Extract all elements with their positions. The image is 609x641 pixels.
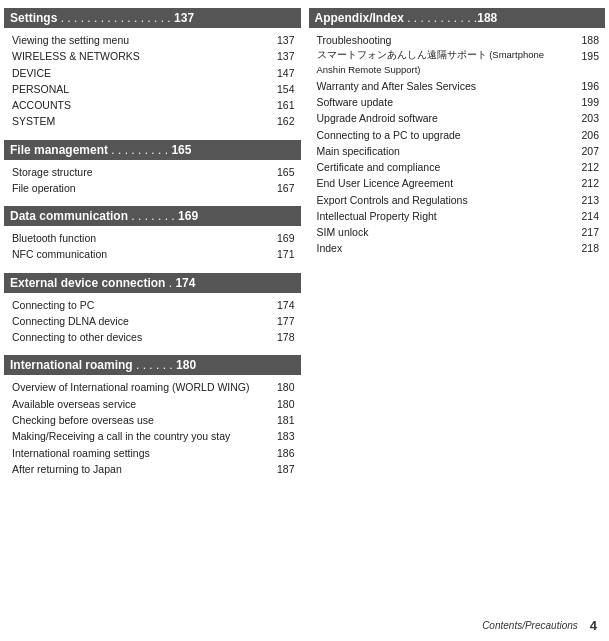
entry-page: 178 bbox=[267, 329, 295, 345]
appendix-title: Appendix/Index bbox=[315, 11, 404, 25]
entry-page: 181 bbox=[267, 412, 295, 428]
entry-title: Warranty and After Sales Services bbox=[317, 78, 572, 94]
section-header-dots: . . . . . . . bbox=[128, 209, 178, 223]
section-header-title: Settings bbox=[10, 11, 57, 25]
entry-title: Main specification bbox=[317, 143, 572, 159]
section-header-title: International roaming bbox=[10, 358, 133, 372]
section-header-dots: . bbox=[165, 276, 175, 290]
page-content: Settings . . . . . . . . . . . . . . . .… bbox=[0, 0, 609, 517]
entry-title: Available overseas service bbox=[12, 396, 267, 412]
entry-page: 154 bbox=[267, 81, 295, 97]
section-content-international-roaming: Overview of International roaming (WORLD… bbox=[4, 377, 301, 483]
footer: Contents/Precautions 4 bbox=[482, 618, 597, 633]
section-header-page: 165 bbox=[171, 143, 191, 157]
section-content-file-management: Storage structure165File operation167 bbox=[4, 162, 301, 203]
appendix-header: Appendix/Index . . . . . . . . . . .188 bbox=[309, 8, 606, 28]
toc-entry: End User Licence Agreement212 bbox=[317, 175, 600, 191]
entry-page: 171 bbox=[267, 246, 295, 262]
section-header-dots: . . . . . . . . . bbox=[108, 143, 171, 157]
entry-page: 195 bbox=[571, 48, 599, 77]
right-column: Appendix/Index . . . . . . . . . . .188T… bbox=[305, 8, 610, 487]
entry-page: 212 bbox=[571, 159, 599, 175]
toc-entry: Intellectual Property Right214 bbox=[317, 208, 600, 224]
entry-title: Viewing the setting menu bbox=[12, 32, 267, 48]
toc-entry: International roaming settings186 bbox=[12, 445, 295, 461]
entry-page: 169 bbox=[267, 230, 295, 246]
toc-entry: SYSTEM162 bbox=[12, 113, 295, 129]
toc-entry: スマートフォンあんしん遠隔サポート (Smartphone Anshin Rem… bbox=[317, 48, 600, 77]
entry-page: 180 bbox=[267, 396, 295, 412]
section-header-page: 169 bbox=[178, 209, 198, 223]
toc-entry: Connecting to other devices178 bbox=[12, 329, 295, 345]
entry-page: 207 bbox=[571, 143, 599, 159]
entry-page: 206 bbox=[571, 127, 599, 143]
entry-title: Storage structure bbox=[12, 164, 267, 180]
entry-page: 187 bbox=[267, 461, 295, 477]
entry-title: Overview of International roaming (WORLD… bbox=[12, 379, 267, 395]
entry-title: End User Licence Agreement bbox=[317, 175, 572, 191]
entry-title: Connecting to PC bbox=[12, 297, 267, 313]
section-settings: Settings . . . . . . . . . . . . . . . .… bbox=[4, 8, 301, 136]
entry-page: 177 bbox=[267, 313, 295, 329]
entry-title: SIM unlock bbox=[317, 224, 572, 240]
toc-entry: File operation167 bbox=[12, 180, 295, 196]
toc-entry: Main specification207 bbox=[317, 143, 600, 159]
entry-page: 188 bbox=[571, 32, 599, 48]
section-international-roaming: International roaming . . . . . . 180Ove… bbox=[4, 355, 301, 483]
entry-title: WIRELESS & NETWORKS bbox=[12, 48, 267, 64]
section-header-dots: . . . . . . . . . . . . . . . . . bbox=[57, 11, 174, 25]
entry-page: 162 bbox=[267, 113, 295, 129]
section-file-management: File management . . . . . . . . . 165Sto… bbox=[4, 140, 301, 203]
toc-entry: Upgrade Android software203 bbox=[317, 110, 600, 126]
entry-title: Bluetooth function bbox=[12, 230, 267, 246]
entry-title: File operation bbox=[12, 180, 267, 196]
entry-title: PERSONAL bbox=[12, 81, 267, 97]
section-header-page: 180 bbox=[176, 358, 196, 372]
toc-entry: Index218 bbox=[317, 240, 600, 256]
entry-title: Export Controls and Regulations bbox=[317, 192, 572, 208]
entry-title: International roaming settings bbox=[12, 445, 267, 461]
entry-page: 183 bbox=[267, 428, 295, 444]
left-column: Settings . . . . . . . . . . . . . . . .… bbox=[0, 8, 305, 487]
section-content-external-device: Connecting to PC174Connecting DLNA devic… bbox=[4, 295, 301, 352]
toc-entry: Connecting to a PC to upgrade206 bbox=[317, 127, 600, 143]
appendix-content: Troubleshooting188スマートフォンあんしん遠隔サポート (Sma… bbox=[309, 30, 606, 263]
toc-entry: Software update199 bbox=[317, 94, 600, 110]
entry-title: Checking before overseas use bbox=[12, 412, 267, 428]
entry-page: 174 bbox=[267, 297, 295, 313]
toc-entry: ACCOUNTS161 bbox=[12, 97, 295, 113]
entry-page: 161 bbox=[267, 97, 295, 113]
toc-entry: Connecting DLNA device177 bbox=[12, 313, 295, 329]
toc-entry: Export Controls and Regulations213 bbox=[317, 192, 600, 208]
toc-entry: WIRELESS & NETWORKS137 bbox=[12, 48, 295, 64]
entry-page: 137 bbox=[267, 32, 295, 48]
section-content-data-communication: Bluetooth function169NFC communication17… bbox=[4, 228, 301, 269]
entry-title: Software update bbox=[317, 94, 572, 110]
entry-title: ACCOUNTS bbox=[12, 97, 267, 113]
entry-page: 217 bbox=[571, 224, 599, 240]
entry-title: Index bbox=[317, 240, 572, 256]
toc-entry: Storage structure165 bbox=[12, 164, 295, 180]
entry-page: 147 bbox=[267, 65, 295, 81]
entry-page: 186 bbox=[267, 445, 295, 461]
entry-page: 165 bbox=[267, 164, 295, 180]
entry-page: 218 bbox=[571, 240, 599, 256]
appendix-title-dots: . . . . . . . . . . . bbox=[404, 11, 477, 25]
entry-title: DEVICE bbox=[12, 65, 267, 81]
section-content-settings: Viewing the setting menu137WIRELESS & NE… bbox=[4, 30, 301, 136]
entry-title: Connecting to a PC to upgrade bbox=[317, 127, 572, 143]
entry-page: 212 bbox=[571, 175, 599, 191]
section-header-title: External device connection bbox=[10, 276, 165, 290]
section-header-title: File management bbox=[10, 143, 108, 157]
entry-title: Certificate and compliance bbox=[317, 159, 572, 175]
entry-title: NFC communication bbox=[12, 246, 267, 262]
toc-entry: Viewing the setting menu137 bbox=[12, 32, 295, 48]
toc-entry: DEVICE147 bbox=[12, 65, 295, 81]
toc-entry: NFC communication171 bbox=[12, 246, 295, 262]
section-header-page: 174 bbox=[175, 276, 195, 290]
toc-entry: Certificate and compliance212 bbox=[317, 159, 600, 175]
section-header-file-management: File management . . . . . . . . . 165 bbox=[4, 140, 301, 160]
section-header-title: Data communication bbox=[10, 209, 128, 223]
section-data-communication: Data communication . . . . . . . 169Blue… bbox=[4, 206, 301, 269]
entry-title: Upgrade Android software bbox=[317, 110, 572, 126]
